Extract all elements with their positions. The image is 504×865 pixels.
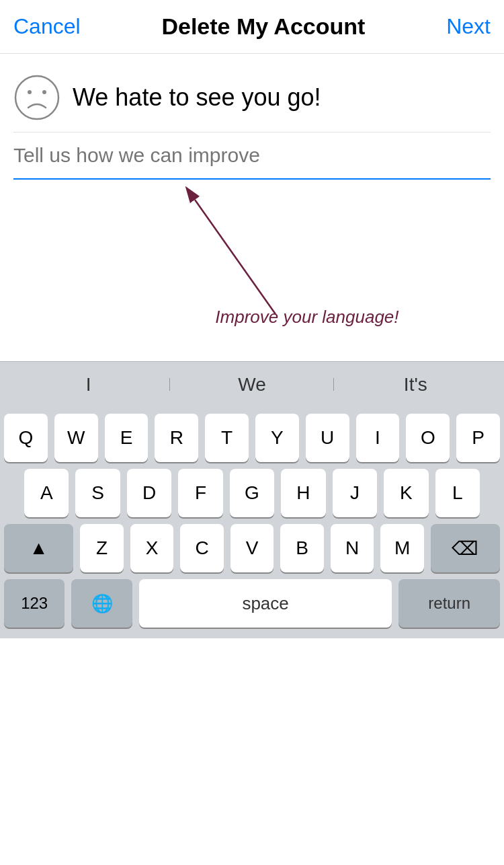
- key-b[interactable]: B: [280, 524, 324, 572]
- keyboard: Q W E R T Y U I O P A S D F G H J K L ▲ …: [0, 407, 504, 638]
- svg-point-1: [28, 90, 32, 94]
- globe-key[interactable]: 🌐: [71, 579, 132, 628]
- autocorrect-word-2[interactable]: We: [170, 374, 333, 396]
- feedback-input[interactable]: [13, 142, 491, 169]
- key-s[interactable]: S: [75, 469, 120, 517]
- key-j[interactable]: J: [333, 469, 377, 517]
- svg-point-0: [15, 76, 58, 119]
- key-u[interactable]: U: [306, 414, 349, 462]
- key-m[interactable]: M: [380, 524, 424, 572]
- key-q[interactable]: Q: [4, 414, 48, 462]
- page-title: Delete My Account: [161, 13, 365, 40]
- keyboard-row-4: 123 🌐 space return: [4, 579, 500, 628]
- key-t[interactable]: T: [205, 414, 249, 462]
- key-r[interactable]: R: [155, 414, 198, 462]
- header-title: We hate to see you go!: [73, 83, 321, 112]
- key-y[interactable]: Y: [255, 414, 299, 462]
- key-n[interactable]: N: [331, 524, 374, 572]
- navigation-bar: Cancel Delete My Account Next: [0, 0, 504, 54]
- svg-line-4: [195, 200, 276, 314]
- key-a[interactable]: A: [24, 469, 69, 517]
- keyboard-row-3: ▲ Z X C V B N M ⌫: [4, 524, 500, 572]
- feedback-input-wrapper[interactable]: [13, 133, 491, 180]
- content-area: We hate to see you go! Improve your lang…: [0, 54, 504, 361]
- key-l[interactable]: L: [435, 469, 480, 517]
- keyboard-row-2: A S D F G H J K L: [4, 469, 500, 517]
- key-k[interactable]: K: [384, 469, 428, 517]
- key-v[interactable]: V: [230, 524, 274, 572]
- key-x[interactable]: X: [130, 524, 174, 572]
- key-f[interactable]: F: [178, 469, 222, 517]
- autocorrect-word-1[interactable]: I: [7, 374, 170, 396]
- key-c[interactable]: C: [180, 524, 224, 572]
- keyboard-row-1: Q W E R T Y U I O P: [4, 414, 500, 462]
- annotation-area: Improve your language!: [13, 186, 491, 348]
- cancel-button[interactable]: Cancel: [13, 14, 81, 39]
- key-h[interactable]: H: [281, 469, 325, 517]
- numeric-key[interactable]: 123: [4, 579, 65, 628]
- key-w[interactable]: W: [54, 414, 98, 462]
- annotation-text: Improve your language!: [215, 307, 398, 328]
- shift-icon: ▲: [30, 537, 48, 559]
- key-z[interactable]: Z: [80, 524, 124, 572]
- key-e[interactable]: E: [105, 414, 149, 462]
- key-o[interactable]: O: [406, 414, 450, 462]
- return-key[interactable]: return: [398, 579, 500, 628]
- backspace-key[interactable]: ⌫: [431, 524, 500, 572]
- svg-point-2: [42, 90, 46, 94]
- key-g[interactable]: G: [230, 469, 274, 517]
- autocorrect-word-3[interactable]: It's: [334, 374, 497, 396]
- space-key[interactable]: space: [139, 579, 392, 628]
- shift-key[interactable]: ▲: [4, 524, 73, 572]
- key-d[interactable]: D: [127, 469, 171, 517]
- globe-icon: 🌐: [91, 593, 113, 614]
- key-i[interactable]: I: [356, 414, 400, 462]
- sad-face-icon: [13, 74, 60, 121]
- backspace-icon: ⌫: [452, 537, 478, 560]
- next-button[interactable]: Next: [446, 14, 491, 39]
- header-row: We hate to see you go!: [13, 67, 491, 133]
- key-p[interactable]: P: [456, 414, 500, 462]
- autocorrect-bar: I We It's: [0, 361, 504, 407]
